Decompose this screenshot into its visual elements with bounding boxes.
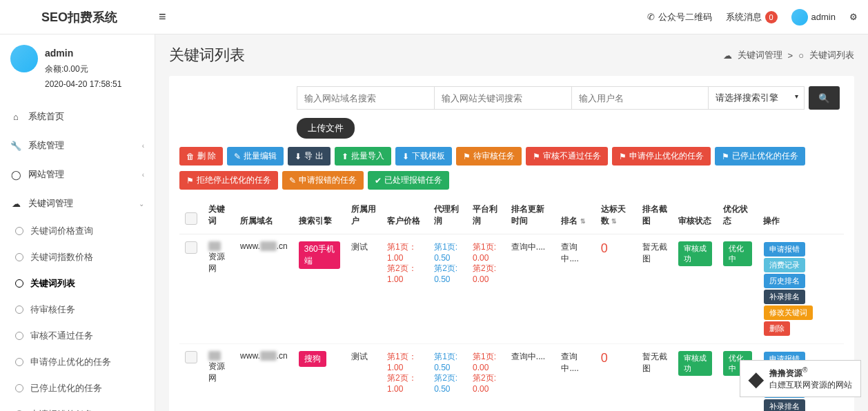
domain-search-input[interactable]	[297, 86, 435, 110]
col-platform-profit: 平台利润	[467, 197, 506, 234]
sidebar-item-stop-request[interactable]: 申请停止优化的任务	[0, 349, 155, 375]
watermark: ◆ 撸撸资源® 白嫖互联网资源的网站	[740, 360, 861, 397]
cell-user: 测试	[346, 344, 382, 412]
circle-icon	[15, 279, 23, 288]
sidebar-item-price-query[interactable]: 关键词价格查询	[0, 218, 155, 244]
supplement-rank-button[interactable]: 补录排名	[764, 399, 805, 411]
upload-file-button[interactable]: 上传文件	[297, 118, 355, 139]
user-datetime: 2020-04-20 17:58:51	[45, 77, 121, 92]
batch-edit-button[interactable]: ✎批量编辑	[227, 147, 284, 166]
avatar-icon	[791, 9, 808, 26]
cell-audit-status: 审核成功	[673, 344, 718, 412]
download-icon: ⬇	[295, 152, 302, 161]
edit-keyword-button[interactable]: 修改关键词	[764, 305, 813, 320]
download-template-button[interactable]: ⬇下载模板	[395, 147, 452, 166]
sidebar-item-label: 审核不通过任务	[30, 330, 93, 342]
col-rank-update: 排名更新时间	[506, 197, 556, 234]
btn-label: 已停止优化的任务	[732, 150, 798, 162]
sidebar-item-pending[interactable]: 待审核任务	[0, 297, 155, 323]
check-icon: ✔	[375, 176, 382, 186]
user-search-input[interactable]	[571, 86, 709, 110]
sidebar: admin 余额:0.00元 2020-04-20 17:58:51 ⌂ 系统首…	[0, 34, 155, 411]
btn-label: 导 出	[304, 150, 323, 162]
edit-icon: ✎	[289, 176, 296, 186]
sidebar-item-label: 关键词列表	[30, 277, 75, 290]
col-rank-label: 排名	[561, 216, 578, 225]
col-rank[interactable]: 排名 ⇅	[555, 197, 595, 234]
stop-request-tasks-button[interactable]: ⚑申请停止优化的任务	[612, 147, 711, 166]
upload-icon: ⬆	[342, 152, 348, 161]
caret-down-icon: ▾	[795, 92, 798, 100]
stopped-tasks-button[interactable]: ⚑已停止优化的任务	[715, 147, 805, 166]
row-checkbox[interactable]	[185, 351, 197, 363]
user-avatar	[10, 45, 38, 72]
cell-agent-profit: 第1页:0.50第2页:0.50	[428, 234, 467, 344]
cell-rank-update: 查询中....	[506, 344, 556, 412]
col-days[interactable]: 达标天数 ⇅	[595, 197, 637, 234]
wechat-label: 公众号二维码	[658, 11, 712, 23]
sidebar-item-error-report[interactable]: 申请报错的任务	[0, 401, 155, 411]
user-menu[interactable]: admin	[791, 9, 836, 26]
error-report-button[interactable]: ✎申请报错的任务	[282, 171, 364, 190]
circle-icon	[15, 358, 23, 366]
row-checkbox[interactable]	[185, 241, 197, 254]
cell-screenshot: 暂无截图	[637, 234, 673, 344]
pending-tasks-button[interactable]: ⚑待审核任务	[456, 147, 522, 166]
registered-icon: ®	[802, 366, 807, 374]
breadcrumb-parent[interactable]: 关键词管理	[738, 49, 782, 61]
sidebar-item-keyword-list[interactable]: 关键词列表	[0, 270, 155, 297]
sort-icon: ⇅	[580, 218, 586, 225]
settings-icon[interactable]: ⚙	[849, 12, 858, 22]
row-delete-button[interactable]: 删除	[764, 321, 790, 336]
nav-system[interactable]: 🔧 系统管理 ‹	[0, 131, 155, 160]
col-screenshot: 排名截图	[637, 197, 673, 234]
audit-status-badge: 审核成功	[678, 351, 712, 376]
keyword-search-input[interactable]	[434, 86, 572, 110]
col-domain: 所属域名	[235, 197, 293, 234]
sidebar-item-stopped[interactable]: 已停止优化的任务	[0, 375, 155, 401]
sidebar-item-label: 关键词指数价格	[30, 251, 93, 263]
delete-button[interactable]: 🗑删 除	[179, 147, 223, 166]
refuse-stop-button[interactable]: ⚑拒绝停止优化的任务	[179, 171, 278, 190]
engine-select[interactable]: 请选择搜索引擎 ▾	[708, 86, 805, 110]
watermark-logo-icon: ◆	[749, 368, 764, 390]
sidebar-item-rejected[interactable]: 审核不通过任务	[0, 323, 155, 349]
sidebar-item-index-price[interactable]: 关键词指数价格	[0, 244, 155, 270]
nav-keyword-label: 关键词管理	[28, 197, 73, 210]
audit-status-badge: 审核成功	[678, 241, 712, 266]
history-rank-button[interactable]: 历史排名	[764, 274, 805, 288]
wechat-qr-link[interactable]: ✆ 公众号二维码	[647, 11, 712, 23]
cloud-icon: ☁	[10, 199, 21, 209]
watermark-slogan: 白嫖互联网资源的网站	[769, 379, 852, 391]
hamburger-icon[interactable]: ≡	[148, 10, 177, 24]
supplement-rank-button[interactable]: 补录排名	[764, 290, 805, 304]
report-error-button[interactable]: 申请报错	[764, 242, 805, 257]
nav-keyword[interactable]: ☁ 关键词管理 ⌄	[0, 189, 155, 218]
error-handled-button[interactable]: ✔已处理报错任务	[368, 171, 449, 190]
filter-row: 请选择搜索引擎 ▾ 🔍	[297, 86, 844, 110]
blurred-text: xxxx	[260, 241, 277, 251]
btn-label: 申请报错的任务	[299, 174, 357, 186]
circle-icon: ◯	[10, 170, 21, 180]
batch-import-button[interactable]: ⬆批量导入	[335, 147, 391, 166]
cloud-icon: ☁	[723, 50, 732, 61]
rejected-tasks-button[interactable]: ⚑审核不通过任务	[526, 147, 608, 166]
system-messages-link[interactable]: 系统消息 0	[726, 11, 778, 23]
export-button[interactable]: ⬇导 出	[288, 147, 330, 166]
nav-home[interactable]: ⌂ 系统首页	[0, 102, 155, 131]
btn-label: 申请停止优化的任务	[629, 150, 704, 162]
username-label: admin	[811, 12, 836, 22]
nav-website[interactable]: ◯ 网站管理 ‹	[0, 160, 155, 189]
cell-engine: 360手机端	[293, 234, 346, 344]
messages-label: 系统消息	[726, 11, 762, 23]
col-keyword: 关键词	[203, 197, 235, 234]
user-name: admin	[45, 45, 121, 62]
search-button[interactable]: 🔍	[809, 86, 840, 110]
col-audit-status: 审核状态	[673, 197, 718, 234]
consume-log-button[interactable]: 消费记录	[764, 258, 805, 272]
cell-customer-price: 第1页：1.00第2页：1.00	[382, 344, 428, 412]
select-all-checkbox[interactable]	[185, 212, 197, 225]
sidebar-item-label: 已停止优化的任务	[30, 382, 102, 394]
cell-optimize-status: 优化中	[718, 234, 758, 344]
cell-audit-status: 审核成功	[673, 234, 718, 344]
